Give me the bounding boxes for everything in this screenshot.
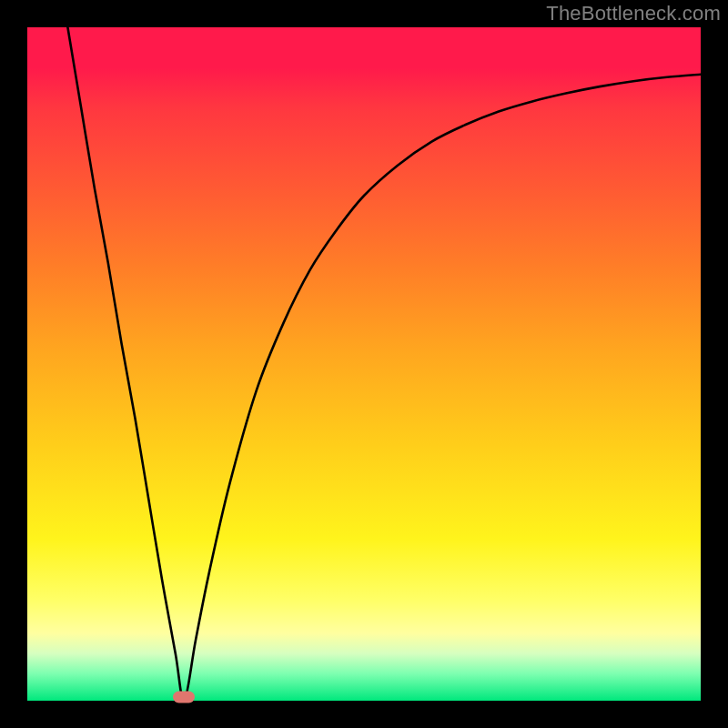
watermark-text: TheBottleneck.com — [546, 2, 721, 25]
optimum-marker — [173, 692, 195, 703]
plot-area — [27, 27, 701, 701]
chart-frame: TheBottleneck.com — [0, 0, 728, 728]
bottleneck-curve — [67, 27, 701, 701]
curve-svg — [27, 27, 701, 701]
